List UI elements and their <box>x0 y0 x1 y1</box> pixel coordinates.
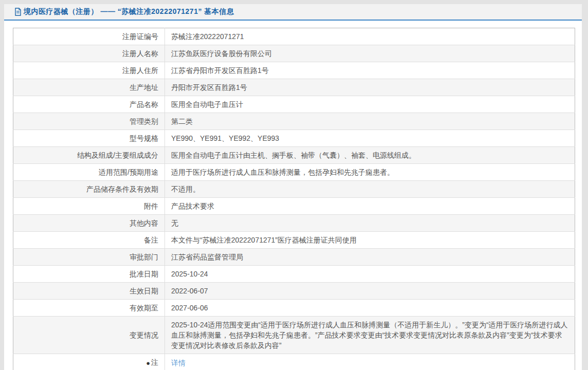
row-label: 生效日期 <box>13 283 165 300</box>
row-label: 型号规格 <box>13 130 165 147</box>
row-value: 丹阳市开发区百胜路1号 <box>171 83 247 91</box>
table-row: 备注本文件与“苏械注准20222071271”医疗器械注册证共同使用 <box>13 232 575 249</box>
table-row: 审批部门江苏省药品监督管理局 <box>13 249 575 266</box>
row-label: 产品名称 <box>13 96 165 113</box>
row-value: 医用全自动电子血压计 <box>171 100 243 108</box>
table-row: 产品名称医用全自动电子血压计 <box>13 96 575 113</box>
row-label: 附件 <box>13 198 165 215</box>
row-label: 其他内容 <box>13 215 165 232</box>
row-value: 江苏省药品监督管理局 <box>171 253 243 261</box>
row-value-cell: 江苏鱼跃医疗设备股份有限公司 <box>165 45 575 62</box>
row-value: 苏械注准20222071271 <box>171 32 244 41</box>
document-icon <box>14 8 22 16</box>
row-value: 不适用。 <box>171 185 200 193</box>
content-panel: 境内医疗器械（注册） —— “苏械注准20222071271” 基本信息 注册证… <box>4 4 582 370</box>
table-row: 生效日期2022-06-07 <box>13 283 575 300</box>
row-value-cell: 丹阳市开发区百胜路1号 <box>165 79 575 96</box>
row-value-cell: 江苏省丹阳市开发区百胜路1号 <box>165 62 575 79</box>
table-row: 产品储存条件及有效期不适用。 <box>13 181 575 198</box>
table-row: 注册人名称江苏鱼跃医疗设备股份有限公司 <box>13 45 575 62</box>
table-row: 注册证编号苏械注准20222071271 <box>13 28 575 45</box>
table-row: 适用范围/预期用途适用于医疗场所进行成人血压和脉搏测量，包括孕妇和先兆子痫患者。 <box>13 164 575 181</box>
page-title: 境内医疗器械（注册） —— “苏械注准20222071271” 基本信息 <box>24 7 234 16</box>
table-wrapper: 注册证编号苏械注准20222071271注册人名称江苏鱼跃医疗设备股份有限公司注… <box>4 21 582 370</box>
table-row: 管理类别第二类 <box>13 113 575 130</box>
table-row: 型号规格YE990、YE991、YE992、YE993 <box>13 130 575 147</box>
row-value-cell: 2022-06-07 <box>165 283 575 300</box>
row-value: YE990、YE991、YE992、YE993 <box>171 134 279 142</box>
row-value-cell: 详情 <box>165 354 575 370</box>
table-row: 其他内容无 <box>13 215 575 232</box>
row-value-cell: 第二类 <box>165 113 575 130</box>
row-label: 审批部门 <box>13 249 165 266</box>
row-value-cell: 江苏省药品监督管理局 <box>165 249 575 266</box>
table-row: 注册人住所江苏省丹阳市开发区百胜路1号 <box>13 62 575 79</box>
row-value: 2027-06-06 <box>171 304 208 312</box>
row-label: 注册人名称 <box>13 45 165 62</box>
page-title-bar: 境内医疗器械（注册） —— “苏械注准20222071271” 基本信息 <box>4 4 582 21</box>
row-value-cell: YE990、YE991、YE992、YE993 <box>165 130 575 147</box>
row-value: 江苏鱼跃医疗设备股份有限公司 <box>171 49 272 58</box>
row-value-cell: 2025-10-24 <box>165 266 575 283</box>
row-label: 生产地址 <box>13 79 165 96</box>
row-label: 注册证编号 <box>13 28 165 45</box>
row-value: 无 <box>171 219 178 227</box>
row-value-cell: 产品技术要求 <box>165 198 575 215</box>
table-row: 有效期至2027-06-06 <box>13 300 575 317</box>
row-value: 本文件与“苏械注准20222071271”医疗器械注册证共同使用 <box>171 236 357 244</box>
row-value: 江苏省丹阳市开发区百胜路1号 <box>171 66 269 75</box>
bulb-icon: ● <box>146 359 150 367</box>
row-value-cell: 医用全自动电子血压计由主机、搁手板、袖带（气囊）、袖套、电源线组成。 <box>165 147 575 164</box>
table-row: 生产地址丹阳市开发区百胜路1号 <box>13 79 575 96</box>
row-value-cell: 医用全自动电子血压计 <box>165 96 575 113</box>
row-value: 医用全自动电子血压计由主机、搁手板、袖带（气囊）、袖套、电源线组成。 <box>171 151 416 159</box>
row-value-cell: 苏械注准20222071271 <box>165 28 575 45</box>
row-value: 产品技术要求 <box>171 202 214 210</box>
info-table: 注册证编号苏械注准20222071271注册人名称江苏鱼跃医疗设备股份有限公司注… <box>13 28 575 370</box>
row-value: 第二类 <box>171 117 193 125</box>
row-value: 2025-10-24适用范围变更由“适用于医疗场所进行成人血压和脉搏测量（不适用… <box>171 321 568 349</box>
table-row: 附件产品技术要求 <box>13 198 575 215</box>
row-value-cell: 适用于医疗场所进行成人血压和脉搏测量，包括孕妇和先兆子痫患者。 <box>165 164 575 181</box>
row-value: 2025-10-24 <box>171 270 208 278</box>
table-row: 变更情况2025-10-24适用范围变更由“适用于医疗场所进行成人血压和脉搏测量… <box>13 317 575 354</box>
row-label: 注册人住所 <box>13 62 165 79</box>
table-row: 批准日期2025-10-24 <box>13 266 575 283</box>
row-value: 适用于医疗场所进行成人血压和脉搏测量，包括孕妇和先兆子痫患者。 <box>171 168 394 176</box>
row-value-cell: 不适用。 <box>165 181 575 198</box>
row-value-cell: 本文件与“苏械注准20222071271”医疗器械注册证共同使用 <box>165 232 575 249</box>
details-link[interactable]: 详情 <box>171 359 186 367</box>
row-label: 有效期至 <box>13 300 165 317</box>
row-label: 管理类别 <box>13 113 165 130</box>
row-label: ●注 <box>13 354 165 370</box>
table-row: 结构及组成/主要组成成分医用全自动电子血压计由主机、搁手板、袖带（气囊）、袖套、… <box>13 147 575 164</box>
row-value-cell: 2027-06-06 <box>165 300 575 317</box>
row-label: 适用范围/预期用途 <box>13 164 165 181</box>
row-label: 批准日期 <box>13 266 165 283</box>
row-label: 变更情况 <box>13 317 165 354</box>
row-label: 备注 <box>13 232 165 249</box>
row-value-cell: 无 <box>165 215 575 232</box>
row-label: 产品储存条件及有效期 <box>13 181 165 198</box>
table-row: ●注详情 <box>13 354 575 370</box>
row-label-text: 注 <box>151 358 158 366</box>
row-label: 结构及组成/主要组成成分 <box>13 147 165 164</box>
row-value-cell: 2025-10-24适用范围变更由“适用于医疗场所进行成人血压和脉搏测量（不适用… <box>165 317 575 354</box>
row-value: 2022-06-07 <box>171 287 208 295</box>
